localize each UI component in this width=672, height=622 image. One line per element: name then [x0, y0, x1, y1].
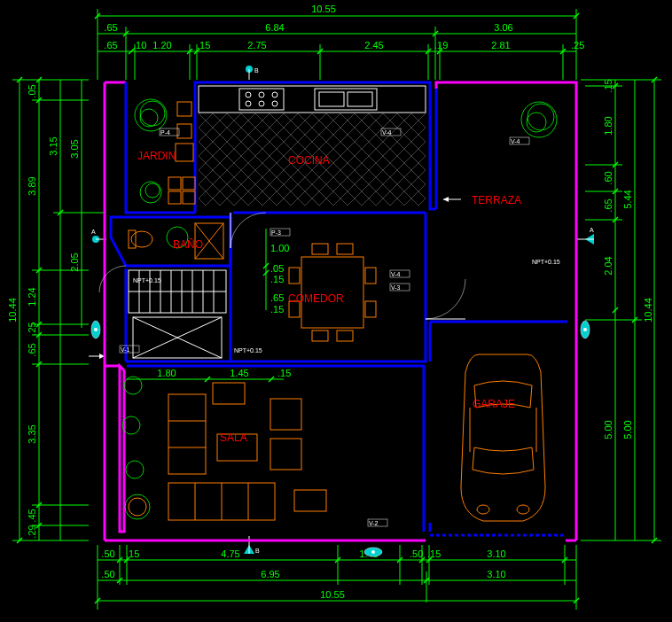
svg-rect-220 — [168, 394, 206, 474]
svg-rect-184 — [168, 177, 181, 190]
svg-rect-183 — [176, 144, 193, 161]
dim-overall-w: 10.55 — [311, 4, 336, 14]
svg-text:B: B — [255, 548, 260, 554]
right-dim-col2: 5.44 5.00 — [585, 80, 642, 540]
svg-text:10.44: 10.44 — [643, 298, 653, 323]
svg-text:5.00: 5.00 — [603, 420, 613, 439]
svg-point-176 — [259, 101, 264, 106]
svg-text:3.05: 3.05 — [69, 139, 80, 158]
svg-rect-179 — [319, 92, 344, 106]
view-marker-bottom — [364, 548, 382, 556]
svg-rect-224 — [270, 439, 301, 470]
svg-point-121 — [94, 328, 98, 331]
svg-rect-186 — [168, 191, 181, 204]
svg-rect-211 — [337, 330, 353, 341]
svg-text:1.24: 1.24 — [27, 287, 37, 306]
svg-text:.65: .65 — [270, 292, 284, 303]
svg-text:3.89: 3.89 — [27, 176, 37, 195]
svg-point-155 — [583, 328, 587, 331]
plant-sala-circle — [125, 494, 150, 519]
svg-rect-209 — [337, 244, 353, 254]
garage-car — [461, 354, 545, 521]
plant-jardin-2 — [140, 182, 161, 203]
svg-rect-187 — [183, 191, 195, 204]
svg-text:3.06: 3.06 — [494, 22, 512, 33]
svg-text:V-1: V-1 — [121, 346, 130, 353]
svg-text:A: A — [91, 229, 96, 235]
svg-text:.05: .05 — [27, 84, 37, 97]
svg-text:.15: .15 — [270, 304, 284, 315]
svg-rect-208 — [312, 244, 328, 254]
interior-bottom-dims: 1.80 1.45 .15 — [127, 368, 291, 382]
svg-text:3.35: 3.35 — [27, 424, 37, 443]
svg-text:V-4: V-4 — [391, 271, 401, 277]
svg-text:2.04: 2.04 — [603, 256, 613, 275]
svg-text:.25: .25 — [571, 40, 584, 51]
svg-point-163 — [527, 113, 546, 132]
svg-text:3.10: 3.10 — [487, 548, 505, 559]
plant-jardin-1 — [135, 99, 167, 131]
svg-text:1.20: 1.20 — [152, 40, 171, 51]
svg-point-175 — [246, 101, 251, 106]
svg-text:.19: .19 — [434, 40, 448, 51]
svg-point-159 — [140, 182, 161, 203]
svg-text:3.15: 3.15 — [48, 136, 59, 155]
right-dim-col1: .15 1.80 .60 .65 2.04 5.00 — [585, 79, 622, 540]
svg-rect-215 — [365, 301, 376, 317]
svg-text:V-2: V-2 — [369, 520, 379, 526]
svg-text:10.44: 10.44 — [7, 298, 18, 323]
svg-text:.29: .29 — [27, 525, 37, 538]
section-marker-b-top: B — [246, 66, 259, 80]
svg-point-160 — [145, 183, 160, 198]
svg-text:1.80: 1.80 — [157, 368, 176, 378]
label-jardin: JARDIN — [137, 150, 176, 162]
svg-text:.50: .50 — [101, 569, 114, 579]
right-dim-overall: 10.44 — [581, 77, 661, 543]
view-marker-right — [581, 321, 590, 338]
svg-text:2.81: 2.81 — [491, 40, 510, 51]
section-marker-b-bottom: B — [244, 536, 260, 554]
svg-point-231 — [517, 505, 529, 514]
label-sala: SALA — [220, 432, 247, 444]
svg-text:.65: .65 — [104, 22, 117, 33]
svg-text:P-3: P-3 — [271, 229, 281, 236]
svg-point-162 — [527, 104, 554, 130]
view-marker-left — [91, 321, 100, 338]
plant-terraza — [521, 102, 557, 137]
svg-text:.65: .65 — [27, 343, 37, 356]
svg-text:5.44: 5.44 — [622, 190, 633, 208]
top-dim-row2: .65 .10 1.20 .15 2.75 2.45 .19 2.81 .25 — [98, 40, 584, 80]
npt-label-2: NPT+0.15 — [234, 347, 262, 354]
svg-point-161 — [521, 102, 557, 137]
floor-plan: 10.55 .65 6.84 3.06 .65 .10 1.20 .15 2.7… — [0, 0, 672, 622]
svg-rect-182 — [177, 124, 191, 138]
label-terraza: TERRAZA — [472, 194, 521, 206]
svg-text:.50: .50 — [101, 548, 114, 559]
svg-text:V-3: V-3 — [391, 284, 401, 291]
svg-text:2.05: 2.05 — [69, 253, 80, 271]
svg-rect-180 — [348, 92, 372, 106]
svg-rect-210 — [312, 330, 328, 341]
npt-label-3: NPT+0.15 — [532, 259, 560, 265]
svg-rect-226 — [294, 490, 326, 511]
svg-point-158 — [140, 109, 158, 127]
svg-text:.45: .45 — [27, 509, 37, 522]
svg-point-177 — [272, 101, 277, 106]
cocina-counter — [199, 86, 426, 113]
svg-rect-181 — [177, 102, 191, 116]
svg-text:.15: .15 — [126, 548, 139, 559]
direction-arrow-terraza — [443, 197, 461, 202]
svg-text:4.75: 4.75 — [221, 548, 239, 559]
svg-text:1.80: 1.80 — [603, 116, 613, 135]
left-dim-inner: 3.15 2.05 3.05 — [48, 80, 106, 540]
svg-rect-223 — [270, 399, 301, 430]
svg-point-230 — [477, 505, 489, 514]
sala-furniture — [168, 383, 326, 520]
svg-text:.65: .65 — [104, 40, 117, 51]
svg-point-79 — [371, 550, 375, 554]
label-comedor: COMEDOR — [288, 292, 344, 305]
svg-rect-185 — [183, 177, 195, 190]
npt-label-1: NPT+0.15 — [133, 277, 161, 284]
svg-text:10.55: 10.55 — [320, 589, 345, 600]
svg-text:6.84: 6.84 — [265, 22, 284, 33]
